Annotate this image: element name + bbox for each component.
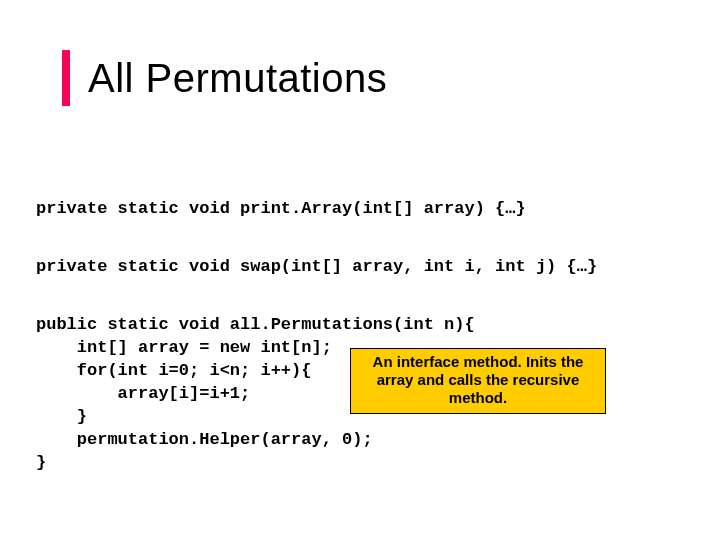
callout-box: An interface method. Inits the array and… bbox=[350, 348, 606, 414]
code-line-swap: private static void swap(int[] array, in… bbox=[36, 256, 597, 279]
title-row: All Permutations bbox=[62, 50, 387, 106]
slide-title: All Permutations bbox=[88, 56, 387, 101]
accent-bar bbox=[62, 50, 70, 106]
code-line-printarray: private static void print.Array(int[] ar… bbox=[36, 198, 526, 221]
